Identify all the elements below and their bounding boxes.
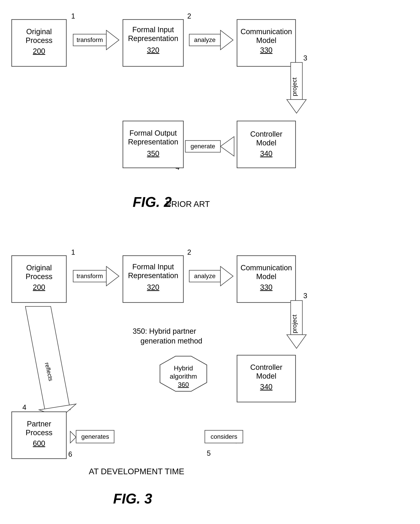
fig3-formal-input-text2: Representation bbox=[128, 271, 178, 280]
fig3-step5: 5 bbox=[207, 449, 211, 457]
fig3-comm-model-ref: 330 bbox=[260, 283, 272, 291]
fig3-step3: 3 bbox=[303, 292, 307, 300]
hybrid-algo-text2: algorithm bbox=[170, 373, 197, 380]
step1-label: 1 bbox=[71, 12, 75, 20]
fig3-original-process-text1: Original bbox=[26, 264, 52, 272]
fig3-original-process-ref: 200 bbox=[33, 283, 45, 291]
fig3-analyze-label: analyze bbox=[194, 272, 215, 279]
fig3-step1: 1 bbox=[71, 248, 75, 256]
formal-output-text1: Formal Output bbox=[129, 129, 177, 137]
hybrid-method-label1: 350: Hybrid partner bbox=[133, 327, 196, 335]
controller-model-text1: Controller bbox=[250, 130, 283, 138]
fig3-step4: 4 bbox=[22, 403, 26, 411]
fig3-dev-time: AT DEVELOPMENT TIME bbox=[89, 467, 184, 476]
considers-label: considers bbox=[211, 433, 237, 440]
fig3-step2: 2 bbox=[187, 248, 191, 256]
original-process-text: Original bbox=[26, 27, 52, 36]
reflects-arrow-body bbox=[25, 306, 70, 410]
generates-label: generates bbox=[81, 433, 109, 440]
fig3-diagram: Original Process 200 1 transform Formal … bbox=[0, 240, 420, 513]
fig3-controller-model-text1: Controller bbox=[250, 363, 283, 371]
fig3-controller-model-text2: Model bbox=[256, 372, 276, 380]
fig3-partner-process-ref: 600 bbox=[33, 439, 45, 447]
comm-model-text1: Communication bbox=[240, 27, 292, 36]
project-arrowhead bbox=[287, 100, 306, 113]
transform-label: transform bbox=[77, 36, 103, 43]
fig3-partner-process-text1: Partner bbox=[27, 420, 51, 428]
fig3-step6: 6 bbox=[68, 450, 72, 458]
reflects-arrow-group: reflects bbox=[25, 306, 76, 418]
analyze-arrowhead bbox=[220, 30, 233, 50]
fig3-formal-input-ref: 320 bbox=[147, 283, 159, 291]
fig3-transform-arrowhead bbox=[106, 266, 119, 286]
formal-input-ref: 320 bbox=[147, 46, 159, 54]
hybrid-method-label2: generation method bbox=[140, 337, 202, 345]
fig3-title: FIG. 3 bbox=[113, 491, 152, 507]
original-process-text2: Process bbox=[26, 36, 52, 44]
fig3-analyze-arrowhead bbox=[220, 266, 233, 286]
project-label: project bbox=[291, 78, 298, 96]
fig3-project-label: project bbox=[291, 314, 298, 333]
fig2-subtitle: PRIOR ART bbox=[166, 200, 210, 209]
analyze-label: analyze bbox=[194, 36, 215, 43]
fig3-controller-model-ref: 340 bbox=[260, 383, 272, 391]
fig3-project-arrowhead bbox=[287, 335, 306, 348]
generate-arrowhead bbox=[220, 137, 234, 156]
step3-label: 3 bbox=[303, 54, 307, 62]
controller-model-ref: 340 bbox=[260, 149, 272, 158]
generate-label: generate bbox=[191, 143, 215, 150]
formal-input-text2: Representation bbox=[128, 34, 178, 43]
fig3-transform-label: transform bbox=[77, 272, 103, 279]
formal-output-text2: Representation bbox=[128, 138, 178, 146]
fig3-comm-model-text1: Communication bbox=[240, 264, 292, 272]
generates-arrowhead bbox=[70, 431, 76, 443]
comm-model-text2: Model bbox=[256, 36, 276, 44]
fig3-partner-process-text2: Process bbox=[26, 428, 52, 437]
controller-model-text2: Model bbox=[256, 139, 276, 147]
original-process-ref: 200 bbox=[33, 47, 45, 55]
fig3-formal-input-text1: Formal Input bbox=[132, 263, 174, 271]
hybrid-algo-text1: Hybrid bbox=[174, 364, 193, 372]
transform-arrowhead bbox=[106, 30, 119, 50]
hybrid-algo-ref: 360 bbox=[178, 381, 189, 388]
fig3-original-process-text2: Process bbox=[26, 272, 52, 281]
step2-label: 2 bbox=[187, 12, 191, 20]
fig2-diagram: Original Process 200 1 transform Formal … bbox=[0, 0, 420, 240]
formal-input-text1: Formal Input bbox=[132, 26, 174, 34]
fig3-comm-model-text2: Model bbox=[256, 272, 276, 281]
comm-model-ref: 330 bbox=[260, 46, 272, 54]
formal-output-ref: 350 bbox=[147, 149, 159, 158]
